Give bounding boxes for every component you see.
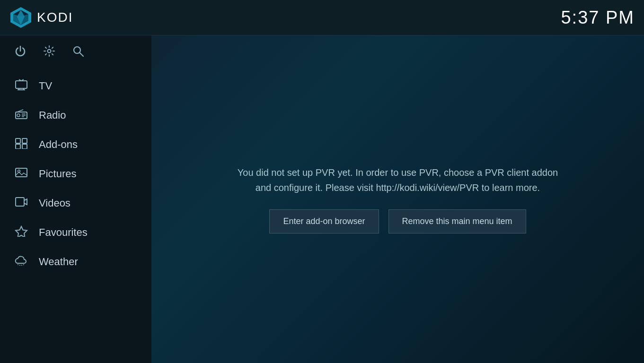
sidebar-item-radio[interactable]: Radio (0, 101, 151, 130)
sidebar-label-tv: TV (39, 80, 52, 92)
videos-icon (14, 196, 28, 210)
pvr-message-box: You did not set up PVR yet. In order to … (232, 165, 564, 233)
sidebar-controls (0, 45, 151, 72)
svg-rect-23 (22, 144, 27, 149)
tv-icon (14, 79, 28, 93)
sidebar-item-tv[interactable]: TV (0, 72, 151, 100)
header: KODI 5:37 PM (0, 0, 644, 35)
sidebar-label-addons: Add-ons (39, 138, 78, 151)
sidebar-item-pictures[interactable]: Pictures (0, 160, 151, 188)
pvr-buttons: Enter add-on browser Remove this main me… (269, 209, 526, 233)
sidebar-label-radio: Radio (39, 109, 66, 121)
radio-icon (14, 108, 28, 122)
svg-rect-26 (16, 198, 24, 206)
svg-rect-22 (16, 144, 20, 149)
remove-menu-item-button[interactable]: Remove this main menu item (388, 209, 526, 233)
main-layout: TV Radio (0, 35, 644, 363)
sidebar-item-addons[interactable]: Add-ons (0, 130, 151, 159)
logo-area: KODI (9, 6, 73, 29)
sidebar-label-videos: Videos (39, 197, 71, 209)
power-icon[interactable] (14, 45, 26, 60)
pvr-message-text: You did not set up PVR yet. In order to … (232, 165, 564, 195)
svg-rect-24 (16, 168, 27, 177)
search-icon[interactable] (72, 45, 84, 60)
svg-point-15 (17, 114, 20, 117)
sidebar: TV Radio (0, 35, 151, 363)
clock-display: 5:37 PM (561, 8, 635, 28)
svg-point-5 (48, 50, 51, 53)
svg-marker-27 (16, 226, 27, 237)
svg-rect-8 (16, 81, 27, 88)
sidebar-nav: TV Radio (0, 72, 151, 276)
svg-line-7 (80, 53, 84, 57)
enter-addon-browser-button[interactable]: Enter add-on browser (269, 209, 379, 233)
sidebar-item-videos[interactable]: Videos (0, 189, 151, 217)
sidebar-label-favourites: Favourites (39, 226, 88, 239)
kodi-logo-icon (9, 6, 32, 29)
weather-icon (14, 255, 28, 269)
sidebar-item-favourites[interactable]: Favourites (0, 218, 151, 247)
app-title: KODI (37, 10, 73, 25)
sidebar-label-weather: Weather (39, 256, 78, 268)
pictures-icon (14, 167, 28, 181)
main-content: You did not set up PVR yet. In order to … (151, 35, 644, 363)
sidebar-item-weather[interactable]: Weather (0, 248, 151, 276)
svg-rect-21 (22, 138, 27, 143)
svg-rect-20 (16, 138, 20, 143)
favourites-icon (14, 225, 28, 240)
settings-icon[interactable] (43, 45, 55, 60)
addons-icon (14, 138, 28, 152)
sidebar-label-pictures: Pictures (39, 168, 76, 180)
